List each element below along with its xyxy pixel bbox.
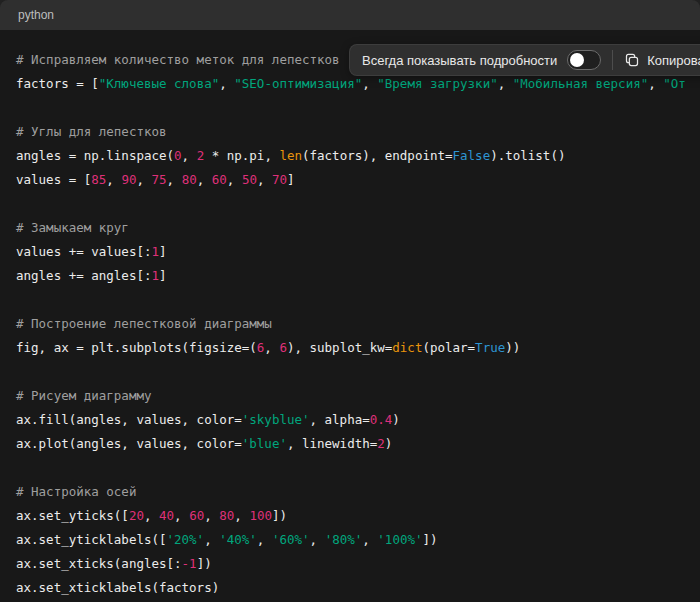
code-token: , (204, 508, 219, 523)
code-token: 40 (159, 508, 174, 523)
code-token: , (362, 532, 377, 547)
code-line (16, 360, 684, 384)
code-line: # Построение лепестковой диаграммы (16, 312, 684, 336)
code-token: , (257, 172, 272, 187)
code-line: values += values[:1] (16, 240, 684, 264)
code-token: 20 (129, 508, 144, 523)
code-line (16, 192, 684, 216)
code-token: ax.set_yticklabels([ (16, 532, 167, 547)
code-token: ] (287, 172, 295, 187)
code-line (16, 456, 684, 480)
code-token: , (204, 532, 219, 547)
code-token: "От (663, 76, 686, 91)
code-token: , (498, 76, 513, 91)
code-token: # Исправляем количество меток для лепест… (16, 52, 340, 67)
code-token: 'skyblue' (242, 412, 310, 427)
code-token: values = [ (16, 172, 91, 187)
code-token: False (453, 148, 491, 163)
code-token: '100%' (377, 532, 422, 547)
code-token: ax.set_xticklabels(factors) (16, 580, 219, 595)
code-content: # Исправляем количество меток для лепест… (0, 30, 700, 602)
copy-icon (624, 52, 640, 68)
code-token: values += values[: (16, 244, 151, 259)
code-token: "Мобильная версия" (513, 76, 648, 91)
code-line: # Рисуем диаграмму (16, 384, 684, 408)
code-token: # Настройка осей (16, 484, 136, 499)
code-line: ax.set_yticks([20, 40, 60, 80, 100]) (16, 504, 684, 528)
code-line: ax.set_yticklabels(['20%', '40%', '60%',… (16, 528, 684, 552)
code-token: 75 (152, 172, 167, 187)
code-token: angles += angles[: (16, 268, 151, 283)
code-line: ax.fill(angles, values, color='skyblue',… (16, 408, 684, 432)
code-token: "Время загрузки" (377, 76, 497, 91)
code-token: ]) (422, 532, 437, 547)
code-token: 'blue' (242, 436, 287, 451)
code-token: (polar= (422, 340, 475, 355)
code-token: , linewidth= (287, 436, 377, 451)
code-token: 0.4 (370, 412, 393, 427)
code-token: 100 (249, 508, 272, 523)
code-line (16, 288, 684, 312)
code-token: , alpha= (310, 412, 370, 427)
code-token: 0 (174, 148, 182, 163)
code-token: , (106, 172, 121, 187)
code-token: ax.set_yticks([ (16, 508, 129, 523)
code-token: , (197, 172, 212, 187)
always-show-details-label: Всегда показывать подробности (362, 53, 557, 68)
code-token: 50 (242, 172, 257, 187)
code-token: 1 (151, 268, 159, 283)
screen: python # Исправляем количество меток для… (0, 0, 700, 602)
code-token: angles = np.linspace( (16, 148, 174, 163)
code-token: "SEO-оптимизация" (234, 76, 362, 91)
code-token: '20%' (167, 532, 205, 547)
code-token: , (264, 340, 279, 355)
code-token: ] (159, 268, 167, 283)
code-line: ax.plot(angles, values, color='blue', li… (16, 432, 684, 456)
code-token: , (174, 508, 189, 523)
toggle-knob (570, 53, 584, 67)
code-token: fig, ax = plt.subplots(figsize=( (16, 340, 257, 355)
toolbar-divider (612, 50, 613, 70)
code-token: dict (392, 340, 422, 355)
code-line: angles += angles[:1] (16, 264, 684, 288)
code-token: '80%' (325, 532, 363, 547)
code-token: 1 (151, 244, 159, 259)
code-token: , (167, 172, 182, 187)
code-token: (factors), endpoint= (302, 148, 453, 163)
code-token: len (279, 148, 302, 163)
copy-code-button[interactable]: Копировать код (624, 52, 700, 68)
code-token: ax.fill(angles, values, color= (16, 412, 242, 427)
code-line: ax.set_xticks(angles[:-1]) (16, 552, 684, 576)
code-token: , (257, 532, 272, 547)
code-token: )) (505, 340, 520, 355)
code-token: , (362, 76, 377, 91)
code-token: # Замыкаем круг (16, 220, 129, 235)
code-token: ax.set_xticks(angles[: (16, 556, 182, 571)
code-token: # Построение лепестковой диаграммы (16, 316, 272, 331)
code-token: ]) (272, 508, 287, 523)
code-line: # Углы для лепестков (16, 120, 684, 144)
always-show-details-toggle[interactable] (567, 50, 601, 70)
code-token: , (648, 76, 663, 91)
code-language-label: python (18, 8, 54, 22)
code-token: ).tolist() (490, 148, 565, 163)
code-token: ) (392, 412, 400, 427)
code-token: ] (159, 244, 167, 259)
code-token: "Ключевые слова" (99, 76, 219, 91)
code-token: # Рисуем диаграмму (16, 388, 151, 403)
code-token: , (234, 508, 249, 523)
code-token: ax.plot(angles, values, color= (16, 436, 242, 451)
code-token: 70 (272, 172, 287, 187)
code-token: # Углы для лепестков (16, 124, 167, 139)
code-token: , (219, 76, 234, 91)
code-token: 80 (182, 172, 197, 187)
code-token: , (144, 508, 159, 523)
code-token: factors = [ (16, 76, 99, 91)
code-token: 2 (377, 436, 385, 451)
code-line: # Настройка осей (16, 480, 684, 504)
code-token: * np.pi, (204, 148, 279, 163)
code-token: , (136, 172, 151, 187)
copy-code-label: Копировать код (647, 53, 700, 68)
code-line: ax.set_xticklabels(factors) (16, 576, 684, 600)
code-token: , (182, 148, 197, 163)
